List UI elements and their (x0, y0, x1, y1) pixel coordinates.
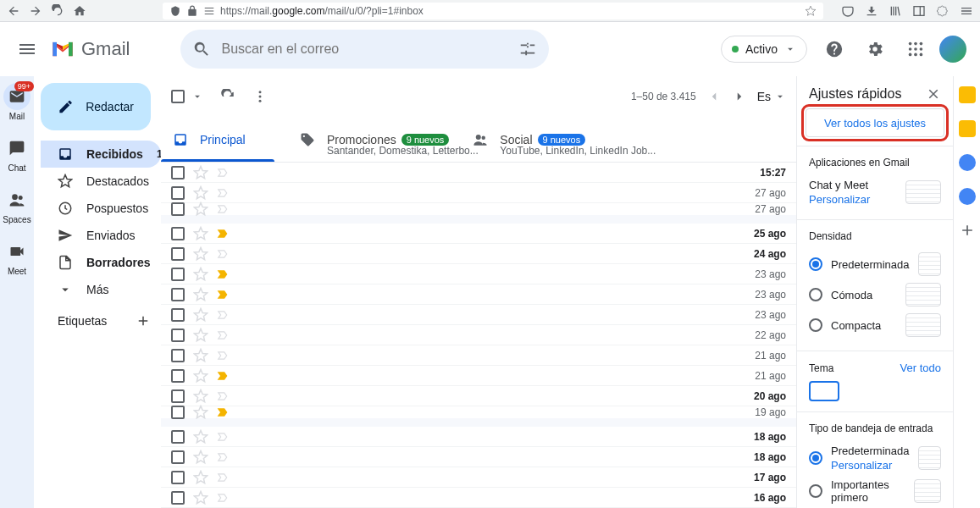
email-row[interactable]: 16 ago (161, 488, 796, 508)
star-icon[interactable] (193, 267, 208, 282)
status-chip[interactable]: Activo (721, 36, 807, 63)
important-icon[interactable] (217, 492, 229, 504)
radio-checked[interactable] (809, 451, 822, 465)
tab-social[interactable]: Social 9 nuevos YouTube, LinkedIn, Linke… (461, 117, 605, 162)
star-icon[interactable] (193, 429, 208, 444)
star-icon[interactable] (193, 389, 208, 404)
search-box[interactable] (180, 30, 549, 69)
inbox-type-default[interactable]: Predeterminada Personalizar (809, 441, 941, 475)
density-default[interactable]: Predeterminada (809, 249, 941, 279)
home-icon[interactable] (73, 4, 86, 18)
compose-button[interactable]: Redactar (41, 83, 151, 130)
row-checkbox[interactable] (171, 166, 185, 179)
row-checkbox[interactable] (171, 406, 185, 419)
email-row[interactable]: 23 ago (161, 284, 796, 305)
email-row[interactable]: 20 ago (161, 386, 796, 406)
important-icon[interactable] (217, 309, 229, 321)
theme-see-all[interactable]: Ver todo (900, 362, 941, 374)
star-icon[interactable] (193, 328, 208, 343)
plus-icon[interactable] (959, 222, 976, 239)
important-icon[interactable] (217, 203, 229, 215)
sidebar-icon[interactable] (912, 4, 926, 18)
email-row[interactable]: 19 ago (161, 406, 796, 427)
row-checkbox[interactable] (171, 186, 185, 200)
nav-sent[interactable]: Enviados (41, 222, 161, 249)
star-icon[interactable] (193, 348, 208, 363)
row-checkbox[interactable] (171, 308, 185, 322)
theme-thumbnail[interactable] (809, 381, 839, 401)
rail-spaces[interactable]: Spaces (3, 186, 30, 224)
star-icon[interactable] (193, 470, 208, 485)
main-menu-button[interactable] (7, 29, 47, 69)
row-checkbox[interactable] (171, 491, 185, 505)
account-avatar[interactable] (939, 36, 966, 63)
pocket-icon[interactable] (841, 4, 855, 18)
url-bar[interactable]: https://mail.google.com/mail/u/0/?pli=1#… (163, 3, 823, 19)
nav-starred[interactable]: Destacados (41, 168, 161, 195)
important-icon[interactable] (217, 187, 229, 199)
email-row[interactable]: 18 ago (161, 447, 796, 467)
star-icon[interactable] (193, 246, 208, 262)
settings-button[interactable] (858, 32, 892, 66)
row-checkbox[interactable] (171, 202, 185, 216)
important-icon[interactable] (217, 289, 229, 301)
language-button[interactable]: Es (757, 90, 786, 103)
nav-more[interactable]: Más (41, 276, 161, 303)
menu-icon[interactable] (960, 4, 973, 18)
nav-snoozed[interactable]: Pospuestos (41, 195, 161, 222)
next-icon[interactable] (732, 89, 747, 104)
tab-promotions[interactable]: Promociones 9 nuevos Santander, Domestik… (288, 117, 461, 162)
contacts-addon[interactable] (959, 188, 976, 205)
refresh-icon[interactable] (220, 89, 235, 104)
star-icon[interactable] (193, 490, 208, 505)
back-icon[interactable] (7, 4, 20, 18)
tasks-addon[interactable] (959, 154, 976, 171)
radio[interactable] (809, 288, 822, 301)
help-button[interactable] (817, 32, 851, 66)
important-icon[interactable] (217, 431, 229, 443)
email-row[interactable]: 17 ago (161, 467, 796, 488)
prev-icon[interactable] (706, 89, 722, 104)
density-compact[interactable]: Compacta (809, 310, 941, 340)
row-checkbox[interactable] (171, 450, 185, 464)
email-row[interactable]: 15:27 (161, 163, 796, 183)
tab-primary[interactable]: Principal (161, 117, 288, 162)
calendar-addon[interactable] (959, 86, 976, 103)
row-checkbox[interactable] (171, 389, 185, 403)
row-checkbox[interactable] (171, 349, 185, 362)
apps-button[interactable] (899, 32, 933, 66)
email-row[interactable]: 21 ago (161, 366, 796, 386)
row-checkbox[interactable] (171, 471, 185, 484)
important-icon[interactable] (217, 451, 229, 463)
star-icon[interactable] (193, 165, 208, 180)
row-checkbox[interactable] (171, 288, 185, 301)
email-row[interactable]: 21 ago (161, 345, 796, 366)
important-icon[interactable] (217, 472, 229, 483)
important-icon[interactable] (217, 350, 229, 362)
star-icon[interactable] (193, 405, 208, 420)
forward-icon[interactable] (29, 4, 42, 18)
star-icon[interactable] (193, 226, 208, 241)
email-row[interactable]: 22 ago (161, 325, 796, 345)
library-icon[interactable] (889, 4, 902, 18)
select-all-checkbox[interactable] (171, 90, 185, 103)
rail-chat[interactable]: Chat (3, 135, 30, 173)
important-icon[interactable] (217, 370, 229, 382)
important-icon[interactable] (217, 329, 229, 341)
star-icon[interactable] (193, 287, 208, 302)
extension-icon[interactable] (936, 4, 950, 18)
more-icon[interactable] (252, 89, 268, 104)
important-icon[interactable] (217, 406, 229, 418)
email-row[interactable]: 27 ago (161, 203, 796, 224)
rail-meet[interactable]: Meet (3, 238, 30, 276)
row-checkbox[interactable] (171, 430, 185, 444)
search-input[interactable] (221, 41, 508, 57)
keep-addon[interactable] (959, 120, 976, 137)
reload-icon[interactable] (51, 4, 64, 18)
radio-checked[interactable] (809, 257, 822, 271)
star-icon[interactable] (193, 202, 208, 217)
plus-icon[interactable] (136, 313, 151, 329)
star-icon[interactable] (193, 368, 208, 384)
radio[interactable] (809, 484, 822, 498)
email-row[interactable]: 23 ago (161, 264, 796, 284)
